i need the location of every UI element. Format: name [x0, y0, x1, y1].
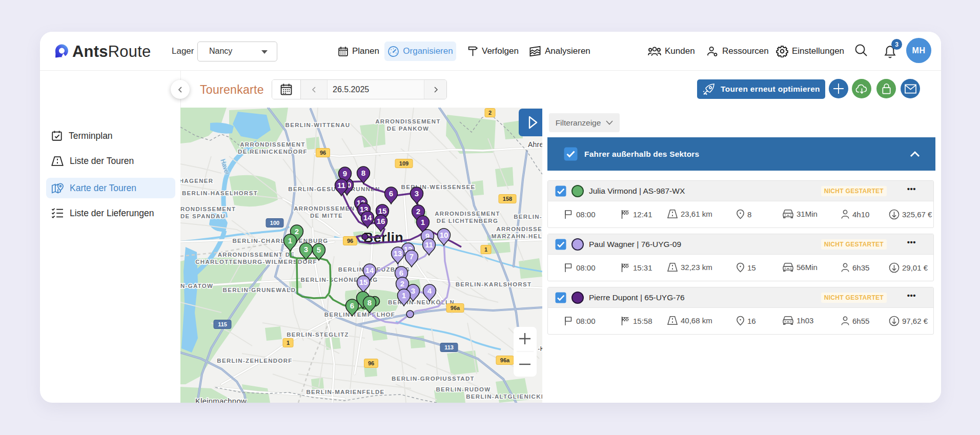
svg-text:1: 1	[484, 246, 487, 253]
svg-text:DE SPANDAU: DE SPANDAU	[180, 213, 226, 219]
svg-text:115: 115	[218, 321, 227, 327]
svg-text:9: 9	[343, 169, 347, 178]
svg-text:BERLIN-GESUNDBRUNNEN: BERLIN-GESUNDBRUNNEN	[288, 186, 380, 192]
svg-text:7: 7	[410, 252, 414, 261]
svg-text:96a: 96a	[500, 357, 510, 363]
svg-text:BERLIN-ZEHLENDORF: BERLIN-ZEHLENDORF	[217, 358, 292, 364]
svg-text:RONDISSEMENT: RONDISSEMENT	[180, 206, 236, 212]
svg-text:4: 4	[427, 286, 432, 295]
svg-text:2: 2	[400, 279, 404, 288]
svg-text:N-GATOW: N-GATOW	[180, 283, 213, 289]
svg-text:96a: 96a	[451, 305, 460, 311]
svg-text:ARRONDISSE: ARRONDISSE	[496, 226, 542, 232]
svg-text:1: 1	[287, 340, 290, 346]
svg-text:96: 96	[368, 360, 374, 366]
svg-text:BERLIN-STEGLITZ: BERLIN-STEGLITZ	[287, 332, 349, 338]
svg-text:1: 1	[421, 218, 425, 226]
svg-text:1: 1	[402, 291, 406, 300]
svg-text:15: 15	[359, 278, 368, 286]
svg-text:3: 3	[411, 286, 415, 295]
svg-text:10: 10	[440, 231, 448, 239]
svg-text:BERLIN-GROPIUSSTADT: BERLIN-GROPIUSSTADT	[392, 376, 475, 382]
svg-text:HAGENER: HAGENER	[180, 178, 213, 184]
svg-text:ARRONDISSEMENT: ARRONDISSEMENT	[435, 211, 500, 217]
svg-text:BERLIN-KARLSHORST: BERLIN-KARLSHORST	[456, 281, 532, 287]
svg-text:158: 158	[503, 196, 512, 202]
svg-text:BERLIN-MARIENFELDE: BERLIN-MARIENFELDE	[306, 389, 384, 395]
svg-text:ARRONDISSEMENT: ARRONDISSEMENT	[375, 118, 440, 125]
svg-text:15: 15	[378, 206, 387, 215]
svg-text:BERLIN-RUDOW: BERLIN-RUDOW	[436, 386, 491, 392]
svg-text:100: 100	[270, 220, 279, 226]
svg-text:8: 8	[368, 298, 372, 307]
svg-text:Kleinmachnow: Kleinmachnow	[195, 397, 247, 403]
svg-text:DE PANKOW: DE PANKOW	[387, 126, 429, 132]
svg-text:DE LICHTENBERG: DE LICHTENBERG	[437, 218, 498, 224]
svg-text:BERLIN-GRUNEWALD: BERLIN-GRUNEWALD	[223, 287, 296, 293]
svg-text:3: 3	[415, 189, 419, 198]
svg-text:11: 11	[337, 181, 345, 190]
svg-text:DE REINICKENDORF: DE REINICKENDORF	[238, 149, 308, 155]
svg-text:BERLIN-HASELHORST: BERLIN-HASELHORST	[182, 190, 258, 196]
svg-text:2: 2	[416, 207, 420, 216]
svg-text:BERLIN-TEMPELHOF: BERLIN-TEMPELHOF	[324, 312, 395, 318]
svg-text:MARZAHN-HEL: MARZAHN-HEL	[492, 233, 542, 239]
svg-text:14: 14	[363, 213, 372, 222]
svg-text:ARRONDISSEMENT: ARRONDISSEMENT	[240, 141, 305, 148]
svg-text:BERLIN-: BERLIN-	[514, 214, 542, 220]
svg-text:2: 2	[295, 227, 299, 236]
svg-text:113: 113	[444, 344, 454, 350]
svg-text:11: 11	[425, 240, 433, 249]
svg-text:14: 14	[365, 266, 374, 275]
svg-text:-K: -K	[538, 345, 542, 353]
svg-text:8: 8	[361, 169, 365, 177]
svg-text:6: 6	[399, 268, 403, 277]
svg-text:CHARLOTTENBURG-WILMERSDORF: CHARLOTTENBURG-WILMERSDORF	[195, 259, 317, 265]
svg-text:ARRONDISSEMENT DE: ARRONDISSEMENT DE	[218, 252, 295, 258]
svg-text:109: 109	[399, 160, 409, 167]
svg-text:BERLIN-WITTENAU: BERLIN-WITTENAU	[285, 122, 351, 128]
svg-text:6: 6	[389, 189, 393, 198]
svg-text:BERLIN-CHARLOTTENBURG: BERLIN-CHARLOTTENBURG	[232, 238, 328, 244]
svg-text:Ahrensf: Ahrensf	[528, 140, 542, 149]
svg-text:3: 3	[304, 245, 308, 254]
svg-text:BERLIN-ALTGLIENICKE: BERLIN-ALTGLIENICKE	[466, 393, 542, 400]
svg-text:96: 96	[320, 150, 326, 156]
svg-text:16: 16	[377, 217, 385, 225]
svg-text:13: 13	[394, 249, 402, 258]
svg-text:2: 2	[488, 110, 492, 116]
svg-text:6: 6	[350, 301, 354, 310]
svg-text:96: 96	[347, 238, 353, 244]
svg-text:5: 5	[317, 245, 321, 254]
svg-text:1: 1	[288, 236, 292, 245]
svg-text:DE MITTE: DE MITTE	[310, 213, 343, 219]
